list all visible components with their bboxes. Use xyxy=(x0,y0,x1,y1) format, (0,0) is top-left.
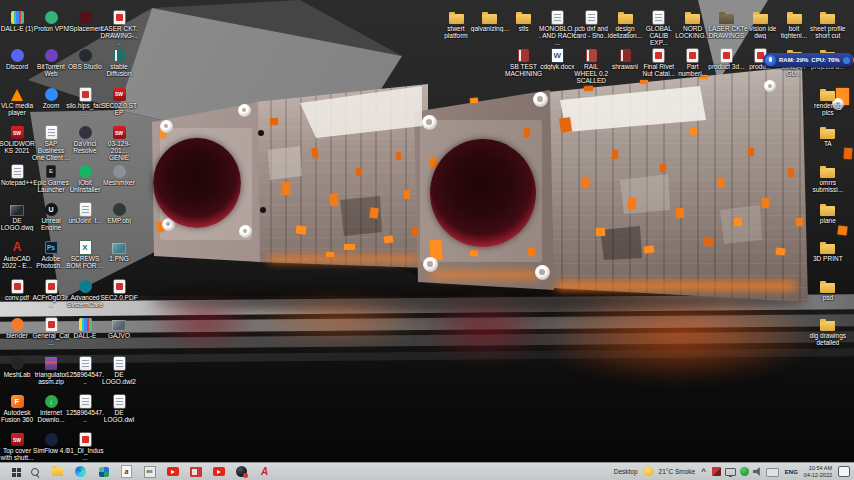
desktop-icon[interactable]: silo.hips_fac... xyxy=(66,85,104,116)
desktop-icon[interactable]: shrawani xyxy=(606,46,644,70)
desktop-icon[interactable]: DaVinci Resolve xyxy=(66,123,104,154)
desktop-icon[interactable]: BitTorrent Web xyxy=(32,46,70,77)
desktop-icon[interactable]: DE LOGO.dwl xyxy=(100,392,138,423)
document-viewer-taskbar-button[interactable]: a xyxy=(120,465,133,478)
performance-widget[interactable]: RAM: 29% CPU: 70% xyxy=(763,53,854,67)
desktop-icon[interactable]: SimFlow 4.0 xyxy=(32,430,70,454)
desktop-icon[interactable]: stwert platform xyxy=(437,8,475,39)
widget-settings-icon[interactable] xyxy=(843,57,850,64)
desktop-icon[interactable]: galvanizing... xyxy=(471,8,509,32)
desktop-icon[interactable]: 1.PNG xyxy=(100,238,138,262)
desktop-icon[interactable]: DALL-E xyxy=(66,315,104,339)
desktop-icon[interactable]: NORD LOCKING... xyxy=(674,8,712,39)
desktop-icon[interactable]: conv.pdf xyxy=(0,277,36,301)
desktop-icon[interactable]: rendering pics xyxy=(809,85,847,116)
clock[interactable]: 10:54 AM 04-12-2022 xyxy=(804,465,832,478)
desktop-icon[interactable]: EMP.obj xyxy=(100,200,138,224)
desktop-icon[interactable]: JSplacement xyxy=(66,8,104,32)
keyboard-tray-icon[interactable] xyxy=(766,468,779,477)
desktop-icon[interactable]: RAIL WHEEL 0.2 SCALLED xyxy=(572,46,610,84)
desktop-icon[interactable]: omrrs submissi... xyxy=(809,162,847,193)
desktop-icon[interactable]: uniJoint_I... xyxy=(66,200,104,224)
desktop-icon[interactable]: DALL-E (1) xyxy=(0,8,36,32)
desktop-icon[interactable]: SW03-129-201... GENIE NAN... xyxy=(100,123,138,161)
desktop-icon[interactable]: Notepad++ xyxy=(0,162,36,186)
desktop-icon[interactable]: AAutoCAD 2022 - E... xyxy=(0,238,36,269)
desktop-icon[interactable]: SB TEST MACHINING xyxy=(505,46,543,77)
notification-center-icon[interactable] xyxy=(838,466,850,477)
desktop-icon[interactable]: Meshmixer xyxy=(100,162,138,186)
desktop-icon[interactable]: OBS Studio xyxy=(66,46,104,70)
desktop-icon[interactable]: 3D PRINT xyxy=(809,238,847,262)
desktop-icon[interactable]: Advanced SystemCare xyxy=(66,277,104,308)
desktop-icon[interactable]: 1258964547... xyxy=(66,354,104,385)
file-explorer-taskbar-button[interactable] xyxy=(51,465,64,478)
desktop-toolbar-label[interactable]: Desktop xyxy=(614,468,638,475)
desktop-icon[interactable]: 1258964547... xyxy=(66,392,104,423)
notepad-taskbar-button[interactable]: ws xyxy=(143,465,156,478)
hidden-icons-chevron[interactable]: ^ xyxy=(701,468,706,476)
photos-taskbar-button[interactable] xyxy=(97,465,110,478)
audio-muted-tray-icon[interactable] xyxy=(753,467,762,476)
desktop-icon[interactable]: 01_DI_Indus... xyxy=(66,430,104,461)
desktop-icon[interactable]: dig drawings detailed xyxy=(809,315,847,346)
desktop-icon[interactable]: psd xyxy=(809,277,847,301)
desktop-icon[interactable]: IObit Uninstaller xyxy=(66,162,104,193)
desktop-icon[interactable]: SWTop cover with shutt... xyxy=(0,430,36,461)
desktop-icon[interactable]: LASER CKT. DRAWING-... xyxy=(100,8,138,46)
desktop-icon[interactable]: SEC2.0.PDF xyxy=(100,277,138,301)
youtube-2-taskbar-button[interactable] xyxy=(212,465,225,478)
desktop-icon[interactable]: Part numberi... xyxy=(674,46,712,77)
desktop-icon[interactable]: MONOBLO... AND RACK ... xyxy=(538,8,576,46)
desktop-icon[interactable]: blender xyxy=(0,315,36,339)
desktop-icon[interactable]: plane xyxy=(809,200,847,224)
start-taskbar-button[interactable] xyxy=(5,465,18,478)
desktop-icon[interactable]: SWSEC02.0.STEP xyxy=(100,85,138,116)
desktop-icon[interactable]: ACFrOgD3ir... xyxy=(32,277,70,308)
desktop-icon[interactable]: stls xyxy=(505,8,543,32)
desktop-icon[interactable]: triangulator assm.zip xyxy=(32,354,70,385)
antivirus-tray-icon[interactable] xyxy=(740,467,749,476)
desktop-icon[interactable]: Wcdgtyk.docx xyxy=(538,46,576,70)
desktop-icon[interactable]: GAJVO xyxy=(100,315,138,339)
display-tray-icon[interactable] xyxy=(725,468,736,476)
desktop-icon[interactable]: sheet profile short cut xyxy=(809,8,847,39)
desktop-icon[interactable]: Zoom xyxy=(32,85,70,109)
desktop-icon[interactable]: XSCREWS BOM FOR ... xyxy=(66,238,104,269)
desktop-icon[interactable]: stable Diffusion xyxy=(100,46,138,77)
microphone-icon[interactable] xyxy=(765,55,776,66)
desktop-icon[interactable]: product 3d... xyxy=(707,46,745,70)
gpu-tray-icon[interactable] xyxy=(712,467,721,476)
desktop-icon[interactable]: Discord xyxy=(0,46,36,70)
desktop-icon[interactable]: PsAdobe Photosh... xyxy=(32,238,70,269)
desktop-icon[interactable]: Final Rivet Nut Catal... xyxy=(640,46,678,77)
weather-text[interactable]: 21°C Smoke xyxy=(659,468,696,475)
desktop-icon[interactable]: GLOBAL CALIB EXP... xyxy=(640,8,678,46)
desktop-icon[interactable]: design idelization... xyxy=(606,8,644,39)
desktop-icon[interactable]: bolt tighteni... xyxy=(775,8,813,39)
desktop-icon[interactable]: DE LOGO.dwl2 xyxy=(100,354,138,385)
desktop-icon[interactable]: DE LOGO.dwg xyxy=(0,200,36,231)
desktop-icon[interactable]: e vision ide dwg xyxy=(741,8,779,39)
desktop-icon[interactable]: LASER CKT DRAWINGS xyxy=(707,8,745,39)
media-app-taskbar-button[interactable] xyxy=(189,465,202,478)
desktop-icon[interactable]: pcb dxf and card - Sho... xyxy=(572,8,610,39)
desktop-icon[interactable]: TA xyxy=(809,123,847,147)
weather-icon[interactable] xyxy=(644,467,653,476)
desktop-icon[interactable]: FAutodesk Fusion 360 xyxy=(0,392,36,423)
desktop-icon[interactable]: ↓Internet Downlo... xyxy=(32,392,70,423)
youtube-taskbar-button[interactable] xyxy=(166,465,179,478)
autocad-taskbar-button[interactable]: A xyxy=(258,465,271,478)
desktop-icon[interactable]: SWSOLIDWORKS 2021 xyxy=(0,123,36,154)
desktop-icon[interactable]: MeshLab xyxy=(0,354,36,378)
search-taskbar-button[interactable] xyxy=(28,465,41,478)
desktop-icon[interactable]: Proton VPN xyxy=(32,8,70,32)
desktop-icon[interactable]: General_Cat... xyxy=(32,315,70,346)
desktop-icon[interactable]: SAP Business One Client ... xyxy=(32,123,70,161)
edge-taskbar-button[interactable] xyxy=(74,465,87,478)
desktop-icon[interactable]: VLC media player xyxy=(0,85,36,116)
desktop-icon[interactable]: UUnreal Engine xyxy=(32,200,70,231)
desktop-icon[interactable]: EEpic Games Launcher xyxy=(32,162,70,193)
language-indicator[interactable]: ENG xyxy=(785,469,798,475)
browser-sphere-taskbar-button[interactable] xyxy=(235,465,248,478)
